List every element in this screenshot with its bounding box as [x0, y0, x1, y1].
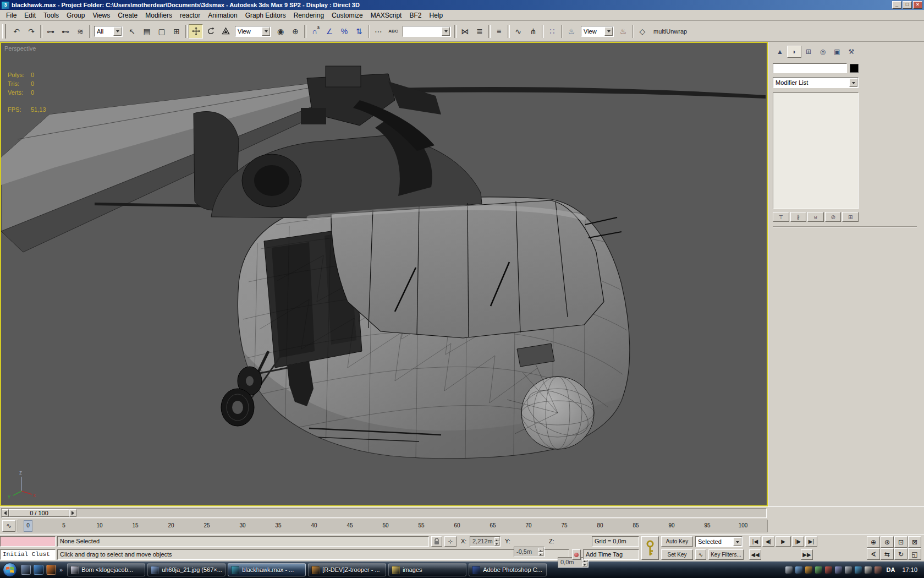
zoom-button[interactable]: ⊕ — [867, 536, 880, 548]
chevron-down-icon[interactable] — [442, 27, 450, 36]
taskbar-button[interactable]: Adobe Photoshop C... — [469, 563, 547, 576]
modifier-stack[interactable] — [773, 92, 859, 209]
title-bar[interactable]: 3 blackhawk.max - Project Folder: C:\Use… — [0, 0, 924, 10]
edit-named-selection-sets-icon[interactable]: ⋯ — [371, 24, 386, 39]
media-player-icon[interactable] — [46, 565, 56, 575]
chevron-down-icon[interactable] — [849, 78, 857, 87]
maxscript-macro-recorder[interactable] — [0, 536, 56, 547]
play-animation-button[interactable]: ▶ — [776, 536, 791, 547]
render-scene-dialog-icon[interactable]: ♨ — [564, 24, 579, 39]
align-icon[interactable]: ≣ — [472, 24, 487, 39]
menu-item-modifiers[interactable]: Modifiers — [141, 10, 176, 20]
undo-icon[interactable]: ↶ — [9, 24, 24, 39]
viewport-label[interactable]: Perspective — [4, 45, 36, 52]
tab-create[interactable]: ▲ — [773, 46, 787, 58]
reference-coordinate-system-dropdown[interactable]: View — [235, 26, 271, 37]
pan-button[interactable]: ⇆ — [881, 548, 894, 560]
schematic-view-icon[interactable]: ⋔ — [526, 24, 540, 39]
chevron-down-icon[interactable] — [113, 27, 122, 36]
make-unique-button[interactable]: ⊎ — [807, 212, 824, 222]
menu-item-views[interactable]: Views — [89, 10, 114, 20]
tray-icon[interactable] — [855, 566, 862, 574]
tray-icon[interactable] — [875, 566, 882, 574]
menu-item-rendering[interactable]: Rendering — [290, 10, 328, 20]
menu-item-help[interactable]: Help — [425, 10, 447, 20]
next-frame-button[interactable]: |▶ — [792, 536, 804, 547]
tray-icon[interactable] — [805, 566, 812, 574]
tab-display[interactable]: ▣ — [830, 46, 844, 58]
previous-frame-button[interactable]: ◀| — [762, 536, 774, 547]
window-crossing-toggle-icon[interactable]: ⊞ — [169, 24, 184, 39]
arc-rotate-button[interactable]: ↻ — [894, 548, 908, 560]
close-button[interactable]: × — [913, 1, 922, 9]
angle-snap-toggle-icon[interactable]: ∠ — [322, 24, 337, 39]
select-by-name-icon[interactable]: ▤ — [140, 24, 154, 39]
menu-item-bf2[interactable]: BF2 — [405, 10, 425, 20]
tray-icon[interactable] — [865, 566, 872, 574]
taskbar-button[interactable]: uh60ja_21.jpg (567×... — [147, 563, 226, 576]
open-mini-curve-editor-button[interactable]: ∿ — [2, 520, 15, 532]
field-of-view-button[interactable]: ∢ — [867, 548, 880, 560]
show-desktop-icon[interactable] — [21, 565, 31, 575]
remove-modifier-button[interactable]: ⊘ — [825, 212, 842, 222]
quick-launch-overflow[interactable]: » — [59, 566, 63, 573]
rectangular-selection-region-icon[interactable]: ▢ — [155, 24, 169, 39]
tray-icon[interactable] — [795, 566, 802, 574]
menu-item-maxscript[interactable]: MAXScript — [367, 10, 406, 20]
x-spinner[interactable] — [494, 537, 499, 546]
selection-lock-toggle[interactable] — [431, 536, 442, 547]
object-color-swatch[interactable] — [850, 64, 859, 73]
go-to-end-button[interactable]: ▶| — [805, 536, 817, 547]
select-and-manipulate-icon[interactable]: ⊕ — [288, 24, 302, 39]
pin-stack-button[interactable]: ⊤ — [773, 212, 789, 222]
mirror-icon[interactable]: ⋈ — [458, 24, 472, 39]
tab-modify[interactable]: ◗ — [787, 46, 801, 58]
minimize-button[interactable]: _ — [892, 1, 901, 9]
taskbar-button[interactable]: blackhawk.max - ... — [228, 563, 306, 576]
time-slider-left-arrow[interactable] — [2, 509, 9, 517]
tray-icon[interactable] — [785, 566, 793, 574]
menu-item-animation[interactable]: Animation — [204, 10, 241, 20]
time-slider[interactable]: 0 / 100 — [9, 509, 69, 517]
render-type-dropdown[interactable]: View — [581, 26, 614, 37]
chevron-down-icon[interactable] — [733, 537, 741, 546]
menu-item-file[interactable]: File — [2, 10, 20, 20]
timeline-ruler[interactable]: 0510152025303540455055606570758085909510… — [18, 520, 768, 532]
key-mode-dropdown[interactable]: Selected — [695, 536, 743, 547]
menu-item-reactor[interactable]: reactor — [176, 10, 204, 20]
show-end-result-button[interactable]: ∦ — [790, 212, 807, 222]
perspective-viewport[interactable]: Perspective Polys:0 Tris:0 Verts:0 FPS:5… — [0, 42, 768, 506]
toolbar-grip[interactable] — [2, 24, 6, 39]
multiunwrap-button[interactable]: multiUnwrap — [650, 28, 690, 35]
unlink-selection-icon[interactable]: ⊷ — [58, 24, 73, 39]
tray-icon[interactable] — [845, 566, 852, 574]
transform-x-field[interactable]: 2,212m — [470, 536, 501, 547]
spinner-snap-toggle-icon[interactable]: ⇅ — [352, 24, 366, 39]
keyboard-shortcut-override-icon[interactable]: ABC — [386, 24, 400, 39]
select-and-rotate-icon[interactable] — [204, 24, 218, 39]
chevron-down-icon[interactable] — [262, 27, 270, 36]
maximize-button[interactable]: □ — [903, 1, 912, 9]
set-keys-button[interactable] — [641, 536, 659, 560]
start-button[interactable] — [3, 563, 17, 577]
tab-hierarchy[interactable]: ⊞ — [801, 46, 816, 58]
tray-icon[interactable] — [835, 566, 842, 574]
quick-render-icon[interactable]: ♨ — [616, 24, 630, 39]
time-slider-right-arrow[interactable] — [69, 509, 76, 517]
tray-icon[interactable] — [815, 566, 822, 574]
menu-item-edit[interactable]: Edit — [20, 10, 40, 20]
absolute-offset-mode-toggle[interactable]: ⊹ — [444, 536, 457, 547]
taskbar-clock[interactable]: 17:10 — [900, 566, 921, 573]
go-to-start-button[interactable]: |◀ — [749, 536, 761, 547]
modifier-list-dropdown[interactable]: Modifier List — [773, 77, 859, 88]
zoom-region-button[interactable]: ⊠ — [908, 536, 921, 548]
browser-icon[interactable] — [34, 565, 43, 575]
select-and-uniform-scale-icon[interactable] — [218, 24, 233, 39]
selection-filter-dropdown[interactable]: All — [94, 26, 123, 37]
object-name-field[interactable] — [773, 63, 847, 73]
taskbar-button[interactable]: Bom <klogejacob... — [67, 563, 145, 576]
zoom-all-button[interactable]: ⊛ — [881, 536, 894, 548]
set-key-button[interactable]: Set Key — [661, 549, 693, 560]
curve-editor-icon[interactable]: ∿ — [511, 24, 525, 39]
named-selection-sets-dropdown[interactable] — [403, 26, 451, 37]
